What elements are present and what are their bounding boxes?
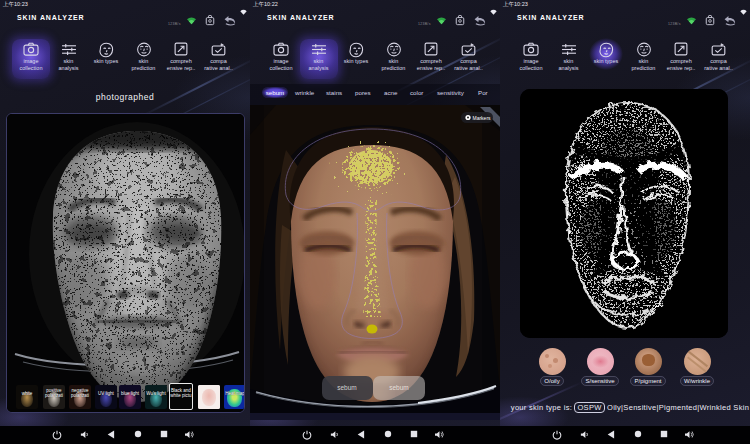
- svg-text:sebum: sebum: [337, 384, 357, 391]
- svg-text:Markers: Markers: [473, 115, 492, 121]
- svg-text:sebum: sebum: [389, 384, 409, 391]
